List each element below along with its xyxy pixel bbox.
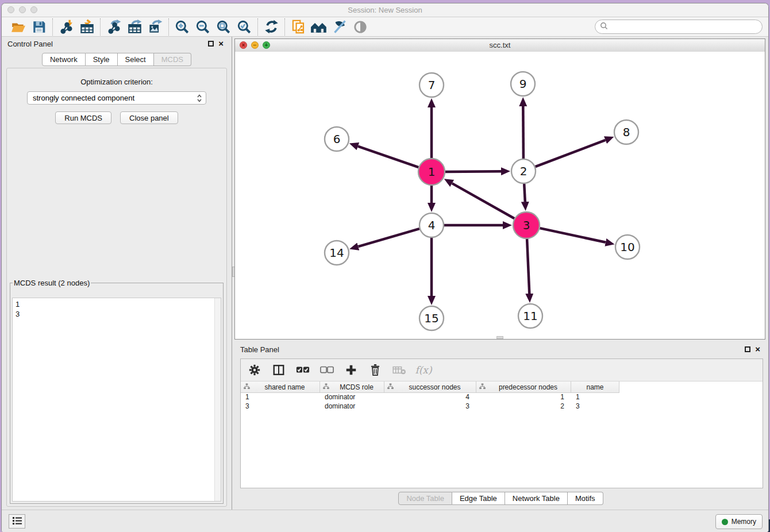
- graph-edge-4-14[interactable]: [358, 229, 419, 246]
- svg-text:14: 14: [329, 246, 344, 260]
- memory-label: Memory: [732, 518, 756, 526]
- sort-tree-icon: [244, 383, 250, 391]
- criterion-select[interactable]: strongly connected component: [27, 91, 206, 105]
- graph-edge-3-11[interactable]: [527, 239, 529, 294]
- network-canvas[interactable]: 7968124314101511: [235, 52, 765, 339]
- mcds-result-lines: 13: [13, 298, 221, 320]
- workspace: Control Panel × NetworkStyleSelectMCDS O…: [2, 37, 768, 510]
- tab-edge-table[interactable]: Edge Table: [452, 492, 505, 505]
- table-panel-float-icon[interactable]: [745, 346, 750, 352]
- column-header-name[interactable]: name: [571, 381, 619, 393]
- deselect-all-columns-icon[interactable]: [320, 363, 334, 377]
- show-graphics-icon: [350, 18, 371, 36]
- zoom-fit-icon[interactable]: [213, 18, 234, 36]
- tab-motifs[interactable]: Motifs: [568, 492, 603, 505]
- zoom-out-icon[interactable]: [192, 18, 213, 36]
- zoom-selected-icon[interactable]: [234, 18, 255, 36]
- network-window-titlebar: × − + scc.txt: [235, 39, 765, 52]
- graph-edge-2-9[interactable]: [523, 106, 523, 159]
- table-row[interactable]: 3dominator323: [241, 402, 763, 411]
- table-cell: 1: [476, 393, 571, 402]
- graph-edge-3-1[interactable]: [452, 183, 514, 218]
- graph-node-7[interactable]: 7: [419, 73, 444, 97]
- column-header-successor-nodes[interactable]: successor nodes: [384, 381, 476, 393]
- tab-select[interactable]: Select: [118, 53, 154, 66]
- graph-node-14[interactable]: 14: [325, 241, 349, 265]
- graph-edge-1-2[interactable]: [445, 171, 501, 172]
- graph-node-10[interactable]: 10: [615, 235, 640, 259]
- result-scrollbar[interactable]: [214, 298, 221, 501]
- save-session-icon[interactable]: [29, 18, 49, 36]
- svg-text:11: 11: [523, 309, 537, 323]
- function-builder-label: f(x): [415, 364, 432, 376]
- network-window: × − + scc.txt 7968124314101511: [234, 38, 765, 340]
- graph-node-11[interactable]: 11: [518, 304, 542, 328]
- tab-style[interactable]: Style: [86, 53, 118, 66]
- tab-network-table[interactable]: Network Table: [505, 492, 568, 505]
- svg-text:10: 10: [620, 240, 634, 254]
- run-mcds-button[interactable]: Run MCDS: [55, 111, 111, 124]
- graph-node-3[interactable]: 3: [513, 212, 540, 238]
- graph-node-4[interactable]: 4: [419, 213, 444, 237]
- toolbar-group: [100, 18, 168, 36]
- memory-status-dot: [722, 519, 728, 525]
- search-box[interactable]: [595, 20, 763, 34]
- apply-layout-icon[interactable]: [261, 18, 282, 36]
- table-cell: 2: [476, 402, 571, 411]
- export-image-icon[interactable]: [145, 18, 165, 36]
- toolbar-group: [5, 18, 52, 36]
- mcds-panel: Optimization criterion: strongly connect…: [6, 68, 227, 507]
- mcds-result-fieldset: MCDS result (2 nodes) 13: [10, 279, 224, 504]
- graph-node-8[interactable]: 8: [614, 120, 638, 144]
- memory-button[interactable]: Memory: [715, 514, 763, 529]
- tab-mcds[interactable]: MCDS: [154, 53, 191, 66]
- search-icon: [600, 22, 608, 32]
- canvas-resize-grip[interactable]: [496, 336, 503, 339]
- close-panel-button[interactable]: Close panel: [120, 111, 178, 124]
- clone-network-icon[interactable]: [288, 18, 309, 36]
- function-builder-icon: f(x): [417, 363, 430, 377]
- graph-node-1[interactable]: 1: [418, 159, 445, 185]
- graph-node-2[interactable]: 2: [511, 159, 536, 183]
- open-file-icon[interactable]: [8, 18, 29, 36]
- import-network-icon[interactable]: [56, 18, 76, 36]
- column-header-MCDS-role[interactable]: MCDS role: [320, 381, 384, 393]
- toolbar-group: [257, 18, 284, 36]
- add-column-icon[interactable]: [344, 363, 358, 377]
- control-panel-close-icon[interactable]: ×: [218, 40, 224, 47]
- graph-edge-1-6[interactable]: [358, 147, 418, 168]
- search-input[interactable]: [611, 22, 757, 32]
- table-panel-close-icon[interactable]: ×: [755, 346, 760, 353]
- graph-edge-3-10[interactable]: [540, 228, 606, 242]
- optimization-criterion-label: Optimization criterion:: [7, 78, 226, 86]
- task-history-button[interactable]: [9, 514, 25, 529]
- column-header-predecessor-nodes[interactable]: predecessor nodes: [476, 381, 571, 393]
- tab-node-table[interactable]: Node Table: [398, 492, 452, 505]
- tab-network[interactable]: Network: [42, 53, 86, 66]
- graph-node-15[interactable]: 15: [419, 306, 444, 330]
- delete-column-icon[interactable]: [368, 363, 382, 377]
- hide-style-icon[interactable]: [329, 18, 350, 36]
- list-icon: [13, 516, 22, 527]
- table-row[interactable]: 1dominator411: [241, 393, 763, 402]
- graph-node-9[interactable]: 9: [511, 72, 535, 96]
- svg-text:2: 2: [520, 164, 528, 178]
- column-header-shared-name[interactable]: shared name: [241, 381, 320, 393]
- select-all-columns-icon[interactable]: [296, 363, 310, 377]
- table-cell: dominator: [320, 393, 384, 402]
- graph-edge-2-8[interactable]: [536, 140, 606, 167]
- table-cell: 3: [241, 402, 320, 411]
- export-network-icon[interactable]: [103, 18, 124, 36]
- export-table-icon[interactable]: [124, 18, 145, 36]
- graph-edge-2-3[interactable]: [524, 184, 525, 202]
- column-layout-icon[interactable]: [272, 363, 286, 377]
- table-settings-icon[interactable]: [248, 363, 261, 377]
- control-panel-float-icon[interactable]: [208, 41, 214, 47]
- zoom-in-icon[interactable]: [172, 18, 192, 36]
- criterion-value: strongly connected component: [33, 94, 134, 102]
- first-neighbors-icon[interactable]: [309, 18, 329, 36]
- import-table-icon[interactable]: [76, 18, 97, 36]
- graph-node-6[interactable]: 6: [325, 127, 349, 151]
- titlebar: Session: New Session: [2, 3, 768, 17]
- table-cell: 4: [384, 393, 476, 402]
